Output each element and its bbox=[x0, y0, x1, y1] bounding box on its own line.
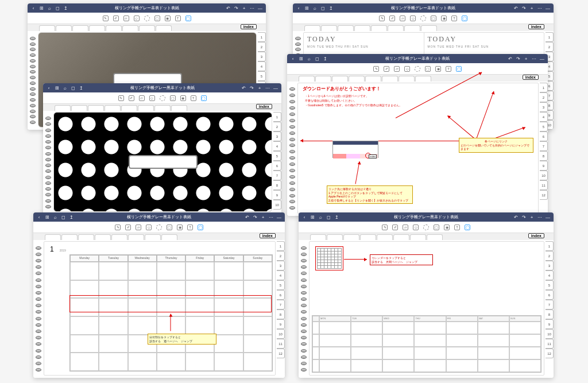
undo-icon[interactable]: ↶ bbox=[245, 215, 249, 219]
top-tab[interactable] bbox=[61, 234, 78, 240]
month-tab-2[interactable]: 2 bbox=[546, 251, 554, 261]
eraser-tool-icon[interactable]: ◇ bbox=[413, 225, 419, 230]
top-tab[interactable] bbox=[111, 234, 127, 240]
image-tool-icon[interactable]: ▢ bbox=[154, 16, 160, 21]
view-tool-icon[interactable]: ◯ bbox=[462, 16, 467, 21]
pen2-tool-icon[interactable]: ✐ bbox=[129, 95, 134, 101]
highlighter-tool-icon[interactable]: ▱ bbox=[139, 95, 145, 101]
month-tab-9[interactable]: 9 bbox=[546, 319, 554, 329]
top-tab[interactable] bbox=[171, 105, 187, 111]
month-tab-7[interactable]: 7 bbox=[546, 300, 554, 310]
top-tab[interactable] bbox=[399, 76, 415, 82]
eraser-tool-icon[interactable]: ◇ bbox=[404, 66, 410, 72]
month-tab-2[interactable]: 2 bbox=[273, 122, 281, 131]
month-tab-4[interactable]: 4 bbox=[273, 141, 281, 151]
top-tab[interactable] bbox=[55, 105, 71, 111]
top-tab[interactable] bbox=[72, 25, 88, 31]
month-tab-3[interactable]: 3 bbox=[273, 131, 281, 141]
month-tab-4[interactable]: 4 bbox=[546, 270, 554, 280]
undo-icon[interactable]: ↶ bbox=[508, 56, 512, 61]
month-tab-8[interactable]: 8 bbox=[540, 151, 548, 161]
month-tab-2[interactable]: 2 bbox=[546, 42, 554, 52]
lasso-tool-icon[interactable] bbox=[415, 66, 420, 72]
highlighter-tool-icon[interactable]: ▱ bbox=[394, 66, 400, 72]
pen-tool-icon[interactable]: ✎ bbox=[373, 66, 379, 72]
top-tab[interactable] bbox=[332, 76, 348, 82]
top-tab[interactable] bbox=[128, 234, 144, 240]
back-icon[interactable]: ‹ bbox=[37, 215, 41, 219]
month-tab-1[interactable]: 1 bbox=[258, 32, 266, 42]
more-icon[interactable]: ⋯ bbox=[250, 6, 254, 10]
month-tab-6[interactable]: 6 bbox=[540, 131, 548, 141]
text-tool-icon[interactable]: T bbox=[454, 225, 460, 230]
month-tab-4[interactable]: 4 bbox=[258, 61, 266, 71]
index-tab[interactable]: index bbox=[528, 24, 544, 29]
pen-tool-icon[interactable]: ✎ bbox=[118, 95, 124, 101]
bookmark-icon[interactable]: ◻ bbox=[55, 6, 60, 10]
redo-icon[interactable]: ↷ bbox=[521, 6, 526, 10]
camera-tool-icon[interactable]: ◉ bbox=[441, 16, 447, 21]
month-tab-2[interactable]: 2 bbox=[540, 92, 548, 102]
text-tool-icon[interactable]: T bbox=[191, 95, 196, 101]
month-tab-10[interactable]: 10 bbox=[277, 329, 285, 339]
top-tab[interactable] bbox=[371, 25, 387, 31]
index-tab[interactable]: index bbox=[241, 24, 257, 29]
month-tab-8[interactable]: 8 bbox=[546, 310, 554, 319]
redo-icon[interactable]: ↷ bbox=[516, 56, 520, 61]
redo-icon[interactable]: ↷ bbox=[253, 215, 257, 219]
top-tab[interactable] bbox=[95, 234, 111, 240]
redo-icon[interactable]: ↷ bbox=[234, 6, 238, 10]
pen2-tool-icon[interactable]: ✐ bbox=[125, 225, 131, 230]
more-icon[interactable]: ⋯ bbox=[537, 215, 542, 219]
top-tab[interactable] bbox=[161, 234, 177, 240]
share-icon[interactable]: ↥ bbox=[69, 215, 74, 219]
share-icon[interactable]: ↥ bbox=[79, 86, 83, 90]
pen2-tool-icon[interactable]: ✐ bbox=[384, 66, 389, 72]
month-tab-10[interactable]: 10 bbox=[546, 329, 554, 339]
eraser-tool-icon[interactable]: ◇ bbox=[134, 16, 140, 21]
month-tab-3[interactable]: 3 bbox=[540, 102, 548, 112]
back-icon[interactable]: ‹ bbox=[47, 86, 51, 90]
month-tab-1[interactable]: 1 bbox=[546, 32, 554, 42]
camera-tool-icon[interactable]: ◉ bbox=[177, 225, 183, 230]
text-tool-icon[interactable]: T bbox=[187, 225, 193, 230]
image-tool-icon[interactable]: ▢ bbox=[167, 225, 172, 230]
search-icon[interactable]: ⌕ bbox=[307, 56, 311, 61]
undo-icon[interactable]: ↶ bbox=[241, 86, 246, 90]
close-icon[interactable]: — bbox=[546, 6, 550, 10]
pen2-tool-icon[interactable]: ✐ bbox=[392, 225, 398, 230]
search-icon[interactable]: ⌕ bbox=[63, 86, 67, 90]
top-tab[interactable] bbox=[106, 25, 122, 31]
add-icon[interactable]: + bbox=[257, 86, 262, 90]
close-icon[interactable]: — bbox=[258, 6, 262, 10]
add-icon[interactable]: + bbox=[529, 215, 534, 219]
highlighter-tool-icon[interactable]: ▱ bbox=[123, 16, 129, 21]
top-tab[interactable] bbox=[121, 105, 137, 111]
top-tab[interactable] bbox=[299, 76, 315, 82]
top-tab[interactable] bbox=[315, 76, 331, 82]
back-icon[interactable]: ‹ bbox=[31, 6, 36, 10]
add-icon[interactable]: + bbox=[524, 56, 528, 61]
top-tab[interactable] bbox=[71, 105, 87, 111]
search-icon[interactable]: ⌕ bbox=[318, 215, 323, 219]
top-tab[interactable] bbox=[343, 234, 359, 240]
top-tab[interactable] bbox=[139, 25, 155, 31]
more-icon[interactable]: ⋯ bbox=[265, 86, 270, 90]
camera-tool-icon[interactable]: ◉ bbox=[435, 66, 441, 72]
image-tool-icon[interactable]: ▢ bbox=[434, 225, 439, 230]
month-tab-9[interactable]: 9 bbox=[273, 190, 281, 200]
month-tab-10[interactable]: 10 bbox=[273, 200, 281, 210]
lasso-tool-icon[interactable] bbox=[156, 225, 162, 230]
top-tab[interactable] bbox=[327, 234, 343, 240]
month-tab-4[interactable]: 4 bbox=[277, 270, 285, 280]
camera-tool-icon[interactable]: ◉ bbox=[444, 225, 450, 230]
top-tab[interactable] bbox=[89, 25, 105, 31]
share-icon[interactable]: ↥ bbox=[63, 6, 68, 10]
top-tab[interactable] bbox=[138, 105, 154, 111]
top-tab[interactable] bbox=[410, 234, 426, 240]
highlighter-tool-icon[interactable]: ▱ bbox=[400, 16, 405, 21]
redo-icon[interactable]: ↷ bbox=[521, 215, 526, 219]
month-tab-6[interactable]: 6 bbox=[546, 290, 554, 300]
bookmark-icon[interactable]: ◻ bbox=[71, 86, 75, 90]
top-tab[interactable] bbox=[421, 25, 437, 31]
